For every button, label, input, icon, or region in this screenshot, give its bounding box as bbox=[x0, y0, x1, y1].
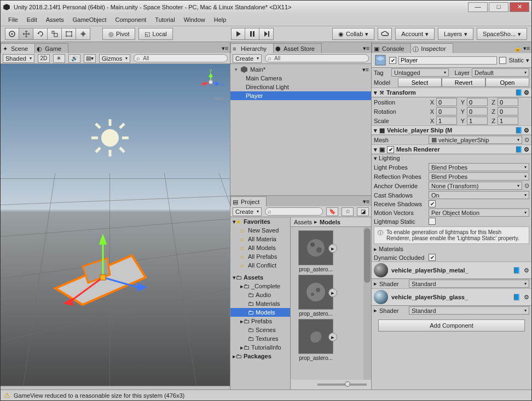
close-button[interactable]: ✕ bbox=[510, 2, 529, 12]
asset-type-filter-icon[interactable]: 🔖 bbox=[326, 207, 338, 216]
static-dropdown-icon[interactable]: ▾ bbox=[526, 57, 529, 64]
2d-toggle[interactable]: 2D bbox=[38, 54, 50, 63]
status-text[interactable]: GameView reduced to a reasonable size fo… bbox=[14, 392, 184, 399]
step-button[interactable] bbox=[259, 28, 274, 40]
breadcrumb-item[interactable]: Assets bbox=[294, 219, 312, 225]
preview-play-icon[interactable]: ▸ bbox=[328, 288, 337, 297]
draw-mode-dropdown[interactable]: Shaded bbox=[3, 54, 34, 63]
lock-icon[interactable]: 🔒 bbox=[514, 44, 522, 52]
rotate-tool[interactable] bbox=[33, 28, 48, 40]
preview-play-icon[interactable]: ▸ bbox=[328, 244, 337, 253]
receive-shadows-checkbox[interactable]: ✔ bbox=[429, 200, 436, 207]
menu-file[interactable]: File bbox=[4, 15, 22, 25]
reflection-probes-dropdown[interactable]: Blend Probes bbox=[429, 172, 529, 181]
asset-label-filter-icon[interactable]: ☆ bbox=[342, 207, 354, 216]
help-icon[interactable]: 📘 bbox=[513, 267, 521, 274]
transform-tool[interactable] bbox=[76, 28, 90, 40]
folder-item[interactable]: ▸🗀TutorialInfo bbox=[230, 343, 290, 352]
hierarchy-create-dropdown[interactable]: Create bbox=[233, 54, 262, 63]
rect-tool[interactable] bbox=[62, 28, 76, 40]
material-foldout-icon[interactable]: ▸ bbox=[374, 307, 377, 314]
collab-dropdown[interactable]: ◉Collab ▾ bbox=[332, 28, 374, 40]
meshrenderer-component-header[interactable]: ▾ ▣ ✔ Mesh Renderer 📘⚙ bbox=[372, 144, 531, 154]
rot-z-input[interactable] bbox=[498, 107, 518, 115]
menu-gameobject[interactable]: GameObject bbox=[68, 15, 111, 25]
menu-tutorial[interactable]: Tutorial bbox=[151, 15, 179, 25]
gear-icon[interactable]: ⚙ bbox=[524, 267, 529, 274]
scene-audio-toggle[interactable]: 🔊 bbox=[68, 54, 80, 63]
gear-icon[interactable]: ⚙ bbox=[524, 127, 529, 134]
pos-y-input[interactable] bbox=[467, 98, 488, 106]
hierarchy-item-light[interactable]: Directional Light bbox=[230, 83, 371, 91]
open-button[interactable]: Open bbox=[485, 78, 529, 87]
lightmap-static-checkbox[interactable] bbox=[429, 218, 436, 225]
asset-item[interactable]: ▸ prop_astero... bbox=[294, 319, 338, 361]
help-icon[interactable]: 📘 bbox=[515, 127, 523, 134]
hierarchy-search[interactable]: All bbox=[265, 54, 369, 62]
select-button[interactable]: Select bbox=[398, 78, 442, 87]
object-name-input[interactable] bbox=[398, 56, 497, 65]
material-header-glass[interactable]: vehicle_playerShip_glass_ 📘⚙ bbox=[372, 288, 531, 306]
thumbnail-size-slider[interactable] bbox=[317, 383, 367, 386]
gear-icon[interactable]: ⚙ bbox=[524, 294, 529, 301]
scene-search[interactable]: All bbox=[134, 54, 228, 62]
asset-store-tab[interactable]: ⬢Asset Store bbox=[273, 43, 322, 53]
motion-vectors-dropdown[interactable]: Per Object Motion bbox=[429, 208, 529, 217]
inspector-options-icon[interactable]: ▾≡ bbox=[523, 44, 530, 52]
scale-y-input[interactable] bbox=[467, 117, 488, 125]
tab-options-icon[interactable]: ▾≡ bbox=[221, 44, 229, 52]
add-component-button[interactable]: Add Component bbox=[378, 319, 525, 332]
folder-item[interactable]: ▸🗀_Complete bbox=[230, 282, 290, 290]
account-dropdown[interactable]: Account ▾ bbox=[395, 28, 435, 40]
folder-item[interactable]: 🗀Scenes bbox=[230, 326, 290, 334]
scene-tab[interactable]: ✦Scene bbox=[1, 43, 35, 53]
favorite-item[interactable]: ⌕All Conflict bbox=[230, 261, 290, 270]
transform-component-header[interactable]: ▾ ⤧ Transform 📘⚙ bbox=[372, 88, 531, 97]
player-ship-gizmo[interactable] bbox=[50, 228, 159, 316]
shader-dropdown[interactable]: Standard bbox=[409, 280, 529, 288]
scale-z-input[interactable] bbox=[498, 117, 518, 125]
revert-button[interactable]: Revert bbox=[442, 78, 485, 87]
anchor-override-field[interactable]: None (Transform) bbox=[429, 182, 522, 190]
material-header-metal[interactable]: vehicle_playerShip_metal_ 📘⚙ bbox=[372, 261, 531, 279]
cloud-button[interactable] bbox=[378, 28, 392, 40]
play-button[interactable] bbox=[231, 28, 245, 40]
dynamic-occluded-checkbox[interactable]: ✔ bbox=[429, 254, 436, 261]
pivot-toggle[interactable]: ◎Pivot bbox=[102, 28, 135, 40]
game-tab[interactable]: ◐Game bbox=[34, 43, 68, 53]
light-probes-dropdown[interactable]: Blend Probes bbox=[429, 163, 529, 171]
pos-z-input[interactable] bbox=[498, 98, 518, 106]
menu-window[interactable]: Window bbox=[180, 15, 210, 25]
help-icon[interactable]: 📘 bbox=[513, 294, 521, 301]
gear-icon[interactable]: ⚙ bbox=[524, 146, 529, 153]
menu-edit[interactable]: Edit bbox=[22, 15, 42, 25]
favorite-item[interactable]: ⌕All Models bbox=[230, 243, 290, 252]
menu-assets[interactable]: Assets bbox=[42, 15, 68, 25]
packages-node[interactable]: ▸🗀Packages bbox=[230, 352, 290, 361]
tag-dropdown[interactable]: Untagged bbox=[391, 68, 449, 77]
folder-item-models[interactable]: 🗀Models bbox=[230, 308, 290, 317]
layers-dropdown[interactable]: Layers ▾ bbox=[438, 28, 473, 40]
hierarchy-item-camera[interactable]: Main Camera bbox=[230, 74, 371, 83]
lighting-foldout[interactable]: ▾ Lighting bbox=[374, 155, 400, 162]
hierarchy-options-icon[interactable]: ▾≡ bbox=[362, 44, 370, 52]
scene-root-item[interactable]: ▾ Main* ▾≡ bbox=[230, 65, 371, 74]
scale-x-input[interactable] bbox=[436, 117, 457, 125]
favorite-item[interactable]: ⌕All Materia bbox=[230, 235, 290, 243]
inspector-tab[interactable]: ⓘInspector bbox=[410, 43, 453, 53]
gizmos-dropdown[interactable]: Gizmos bbox=[99, 54, 130, 63]
renderer-enabled-checkbox[interactable]: ✔ bbox=[387, 146, 394, 153]
asset-item[interactable]: ▸ prop_astero... bbox=[294, 230, 338, 272]
axis-gizmo[interactable]: y x z bbox=[197, 67, 224, 95]
breadcrumb-item[interactable]: Models bbox=[320, 219, 340, 225]
directional-light-gizmo[interactable] bbox=[88, 116, 132, 160]
menu-help[interactable]: Help bbox=[210, 15, 231, 25]
folder-item[interactable]: 🗀Audio bbox=[230, 290, 290, 299]
static-checkbox[interactable] bbox=[499, 57, 506, 64]
hand-tool[interactable] bbox=[5, 28, 19, 40]
meshfilter-component-header[interactable]: ▾ ▦ Vehicle_player Ship (M 📘⚙ bbox=[372, 125, 531, 135]
mesh-field[interactable]: ▦ vehicle_playerShip bbox=[429, 136, 522, 144]
project-search[interactable] bbox=[265, 207, 323, 216]
project-tab[interactable]: ▤Project bbox=[230, 196, 267, 206]
cast-shadows-dropdown[interactable]: On bbox=[429, 191, 529, 199]
